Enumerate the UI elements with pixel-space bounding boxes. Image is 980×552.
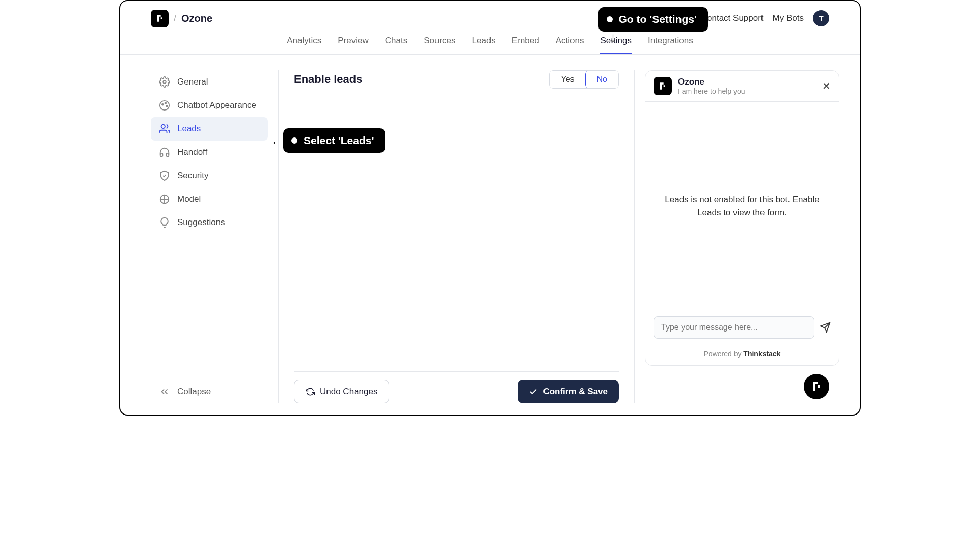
tab-embed[interactable]: Embed xyxy=(512,36,539,54)
collapse-label: Collapse xyxy=(177,387,211,397)
sidebar-item-suggestions[interactable]: Suggestions xyxy=(151,211,268,234)
toggle-yes[interactable]: Yes xyxy=(550,71,585,88)
tab-leads[interactable]: Leads xyxy=(472,36,496,54)
sidebar: General Chatbot Appearance Leads Handoff… xyxy=(151,70,268,403)
sidebar-item-leads[interactable]: Leads xyxy=(151,117,268,141)
chat-panel: Ozone I am here to help you ✕ Leads is n… xyxy=(645,70,839,403)
breadcrumb-separator: / xyxy=(174,13,176,24)
chat-footer: Powered by Thinkstack xyxy=(645,345,839,365)
enable-toggle: Yes No xyxy=(549,70,619,89)
contact-support-link[interactable]: Contact Support xyxy=(701,13,764,23)
chat-name: Ozone xyxy=(678,77,816,87)
confirm-save-button[interactable]: Confirm & Save xyxy=(518,380,619,403)
callout-leads: Select 'Leads' xyxy=(283,128,385,153)
arrow-left-icon: ← xyxy=(271,136,282,149)
top-right-links: Contact Support My Bots T xyxy=(701,10,829,26)
send-icon[interactable] xyxy=(820,322,831,333)
svg-point-5 xyxy=(161,125,165,128)
callout-settings: Go to 'Settings' xyxy=(598,7,708,32)
sidebar-item-label: Suggestions xyxy=(177,217,225,228)
content: Enable leads Yes No Undo Changes Confirm… xyxy=(278,70,635,403)
chat-card: Ozone I am here to help you ✕ Leads is n… xyxy=(645,70,839,366)
users-icon xyxy=(159,123,170,134)
my-bots-link[interactable]: My Bots xyxy=(773,13,804,23)
nav-tabs: Analytics Preview Chats Sources Leads Em… xyxy=(120,29,860,55)
sidebar-item-security[interactable]: Security xyxy=(151,164,268,187)
tab-analytics[interactable]: Analytics xyxy=(287,36,321,54)
sidebar-item-handoff[interactable]: Handoff xyxy=(151,141,268,164)
sidebar-item-label: Leads xyxy=(177,124,201,134)
tab-preview[interactable]: Preview xyxy=(338,36,368,54)
svg-point-3 xyxy=(165,102,166,104)
chat-empty-message: Leads is not enabled for this bot. Enabl… xyxy=(656,193,829,219)
sidebar-item-label: Handoff xyxy=(177,147,207,157)
brain-icon xyxy=(159,194,170,205)
collapse-button[interactable]: Collapse xyxy=(151,380,268,403)
shield-icon xyxy=(159,170,170,181)
app-logo-icon[interactable] xyxy=(151,10,169,27)
refresh-icon xyxy=(306,387,315,396)
tab-chats[interactable]: Chats xyxy=(385,36,407,54)
chat-fab[interactable] xyxy=(804,374,829,399)
toggle-no[interactable]: No xyxy=(585,70,619,89)
chat-logo-icon xyxy=(654,77,672,95)
sidebar-item-label: General xyxy=(177,77,208,87)
sidebar-item-model[interactable]: Model xyxy=(151,187,268,211)
callout-text: Go to 'Settings' xyxy=(619,13,697,25)
sidebar-item-label: Security xyxy=(177,171,208,181)
check-icon xyxy=(529,387,538,396)
arrow-down-icon: ↓ xyxy=(610,30,616,45)
powered-prefix: Powered by xyxy=(704,350,744,358)
powered-brand: Thinkstack xyxy=(743,350,780,358)
sidebar-item-appearance[interactable]: Chatbot Appearance xyxy=(151,94,268,117)
tab-sources[interactable]: Sources xyxy=(424,36,455,54)
top-bar: / Ozone Contact Support My Bots T xyxy=(120,1,860,29)
headset-icon xyxy=(159,147,170,158)
undo-label: Undo Changes xyxy=(320,387,377,397)
sidebar-item-label: Model xyxy=(177,194,201,204)
collapse-icon xyxy=(159,386,170,397)
svg-point-4 xyxy=(166,105,168,107)
close-icon[interactable]: ✕ xyxy=(822,80,831,92)
gear-icon xyxy=(159,76,170,88)
bot-name: Ozone xyxy=(181,13,212,24)
palette-icon xyxy=(159,100,170,111)
callout-text: Select 'Leads' xyxy=(304,134,374,147)
svg-point-2 xyxy=(162,104,164,105)
breadcrumb: / Ozone xyxy=(151,10,212,27)
avatar[interactable]: T xyxy=(813,10,829,26)
tab-actions[interactable]: Actions xyxy=(556,36,584,54)
main: General Chatbot Appearance Leads Handoff… xyxy=(120,55,860,413)
lightbulb-icon xyxy=(159,217,170,228)
sidebar-item-label: Chatbot Appearance xyxy=(177,100,256,111)
undo-button[interactable]: Undo Changes xyxy=(294,380,389,403)
svg-point-0 xyxy=(163,80,166,84)
sidebar-item-general[interactable]: General xyxy=(151,70,268,94)
chat-subtitle: I am here to help you xyxy=(678,87,816,95)
page-title: Enable leads xyxy=(294,73,363,86)
chat-input[interactable] xyxy=(654,316,814,339)
confirm-label: Confirm & Save xyxy=(543,387,608,397)
tab-integrations[interactable]: Integrations xyxy=(648,36,693,54)
